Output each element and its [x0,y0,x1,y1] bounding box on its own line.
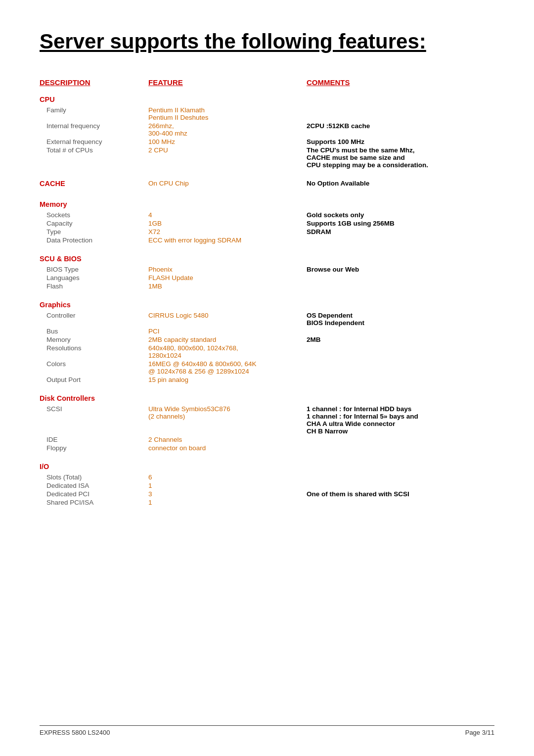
feature-graphics-3: 640x480, 800x600, 1024x768, 1280x1024 [148,344,307,359]
comment-memory-3 [307,236,494,244]
section-title-disk-controllers: Disk Controllers [40,394,148,402]
row-cpu-0: FamilyPentium II Klamath Pentium II Desh… [40,106,494,121]
row-graphics-5: Output Port15 pin analog [40,376,494,383]
section-io: I/OSlots (Total)6Dedicated ISA1Dedicated… [40,463,494,506]
section-cpu: CPUFamilyPentium II Klamath Pentium II D… [40,95,494,169]
section-title-cpu: CPU [40,95,148,103]
row-memory-2: TypeX72SDRAM [40,228,494,236]
desc-graphics-4: Colors [40,360,148,375]
comment-scu-bios-0: Browse our Web [307,266,494,273]
comment-graphics-4 [307,360,494,375]
desc-io-2: Dedicated PCI [40,490,148,498]
desc-disk-controllers-0: SCSI [40,405,148,435]
desc-graphics-1: Bus [40,328,148,335]
row-io-1: Dedicated ISA1 [40,482,494,489]
footer-left: EXPRESS 5800 LS2400 [40,729,110,736]
comment-graphics-3 [307,344,494,359]
col-header-description: DESCRIPTION [40,78,148,87]
feature-graphics-4: 16MEG @ 640x480 & 800x600, 64K @ 1024x76… [148,360,307,375]
comment-memory-0: Gold sockets only [307,211,494,219]
row-graphics-1: BusPCI [40,328,494,335]
desc-io-1: Dedicated ISA [40,482,148,489]
section-memory: MemorySockets4Gold sockets onlyCapacity1… [40,200,494,244]
section-title-row-disk-controllers: Disk Controllers [40,394,494,404]
feature-graphics-5: 15 pin analog [148,376,307,383]
desc-cpu-2: External frequency [40,138,148,145]
section-title-io: I/O [40,463,148,471]
section-title-cache: CACHE [40,180,148,188]
row-cpu-3: Total # of CPUs2 CPUThe CPU's must be th… [40,146,494,169]
feature-cache: On CPU Chip [148,180,307,189]
row-memory-3: Data ProtectionECC with error logging SD… [40,236,494,244]
row-scu-bios-0: BIOS TypePhoenixBrowse our Web [40,266,494,273]
feature-cpu-0: Pentium II Klamath Pentium II Deshutes [148,106,307,121]
sections-container: CPUFamilyPentium II Klamath Pentium II D… [40,95,494,506]
section-title-graphics: Graphics [40,301,148,309]
row-io-3: Shared PCI/ISA1 [40,499,494,506]
feature-cpu-1: 266mhz, 300-400 mhz [148,122,307,137]
feature-io-3: 1 [148,499,307,506]
feature-graphics-0: CIRRUS Logic 5480 [148,312,307,327]
comment-memory-2: SDRAM [307,228,494,236]
comment-cpu-3: The CPU's must be the same Mhz, CACHE mu… [307,146,494,169]
section-cache: CACHEOn CPU ChipNo Option Available [40,180,494,189]
comment-io-1 [307,482,494,489]
feature-disk-controllers-0: Ultra Wide Symbios53C876 (2 channels) [148,405,307,435]
section-title-scu-bios: SCU & BIOS [40,255,148,263]
footer-line: EXPRESS 5800 LS2400 Page 3/11 [40,725,494,736]
comment-disk-controllers-2 [307,444,494,452]
desc-memory-3: Data Protection [40,236,148,244]
footer: EXPRESS 5800 LS2400 Page 3/11 [0,725,534,736]
section-title-memory: Memory [40,200,148,208]
section-title-row-memory: Memory [40,200,494,210]
row-cpu-2: External frequency100 MHzSupports 100 MH… [40,138,494,145]
row-scu-bios-1: LanguagesFLASH Update [40,274,494,282]
desc-io-0: Slots (Total) [40,473,148,481]
section-title-row-io: I/O [40,463,494,472]
section-graphics: GraphicsControllerCIRRUS Logic 5480OS De… [40,301,494,383]
row-memory-1: Capacity1GBSupports 1GB using 256MB [40,220,494,227]
section-title-row-cpu: CPU [40,95,494,105]
page-content: Server supports the following features: … [0,0,534,557]
feature-scu-bios-0: Phoenix [148,266,307,273]
comment-cpu-0 [307,106,494,121]
comment-scu-bios-2 [307,283,494,290]
comment-scu-bios-1 [307,274,494,282]
desc-memory-0: Sockets [40,211,148,219]
feature-io-0: 6 [148,473,307,481]
feature-io-2: 3 [148,490,307,498]
desc-cpu-0: Family [40,106,148,121]
comment-io-3 [307,499,494,506]
desc-graphics-5: Output Port [40,376,148,383]
comment-graphics-2: 2MB [307,336,494,343]
row-io-0: Slots (Total)6 [40,473,494,481]
desc-scu-bios-0: BIOS Type [40,266,148,273]
feature-disk-controllers-2: connector on board [148,444,307,452]
section-title-row-cache: CACHEOn CPU ChipNo Option Available [40,180,494,189]
row-disk-controllers-0: SCSIUltra Wide Symbios53C876 (2 channels… [40,405,494,435]
comment-memory-1: Supports 1GB using 256MB [307,220,494,227]
comment-graphics-1 [307,328,494,335]
row-disk-controllers-2: Floppyconnector on board [40,444,494,452]
feature-io-1: 1 [148,482,307,489]
comment-io-0 [307,473,494,481]
section-title-row-graphics: Graphics [40,301,494,311]
desc-cpu-3: Total # of CPUs [40,146,148,169]
section-title-row-scu-bios: SCU & BIOS [40,255,494,265]
feature-memory-3: ECC with error logging SDRAM [148,236,307,244]
feature-memory-1: 1GB [148,220,307,227]
desc-graphics-3: Resolutions [40,344,148,359]
feature-cpu-2: 100 MHz [148,138,307,145]
desc-cpu-1: Internal frequency [40,122,148,137]
feature-cpu-3: 2 CPU [148,146,307,169]
row-graphics-2: Memory2MB capacity standard2MB [40,336,494,343]
comment-cpu-2: Supports 100 MHz [307,138,494,145]
desc-graphics-0: Controller [40,312,148,327]
comment-io-2: One of them is shared with SCSI [307,490,494,498]
col-header-feature: FEATURE [148,78,307,87]
desc-scu-bios-1: Languages [40,274,148,282]
row-graphics-3: Resolutions640x480, 800x600, 1024x768, 1… [40,344,494,359]
footer-right: Page 3/11 [465,729,494,736]
feature-scu-bios-2: 1MB [148,283,307,290]
section-disk-controllers: Disk ControllersSCSIUltra Wide Symbios53… [40,394,494,452]
